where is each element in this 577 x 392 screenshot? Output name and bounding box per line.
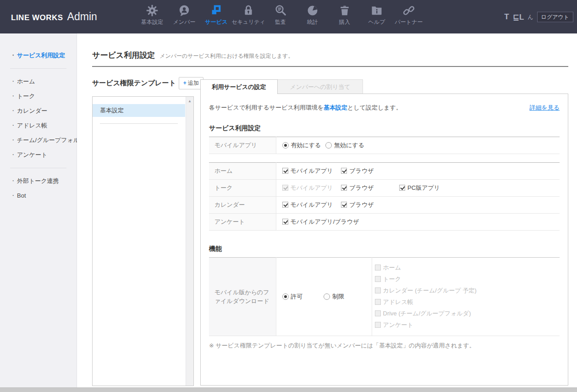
- nav-item-audit[interactable]: 監査: [264, 3, 297, 26]
- row-label-home: ホーム: [209, 163, 276, 180]
- logout-button[interactable]: ログアウト: [537, 11, 573, 22]
- sidebar-item-contacts[interactable]: ・アドレス帳: [0, 118, 77, 133]
- checkbox-scope-survey: アンケート: [375, 320, 560, 331]
- nav-item-purchase[interactable]: 購入: [329, 3, 361, 26]
- sidebar-item-home[interactable]: ・ホーム: [0, 74, 77, 89]
- content-columns: サービス権限テンプレート +追加 基本設定 ▲ 利用サービスの設定: [92, 76, 568, 386]
- checkbox-calendar-browser[interactable]: ブラウザ: [341, 201, 374, 209]
- row-label-survey: アンケート: [209, 214, 276, 231]
- purchase-icon: [338, 3, 351, 17]
- sidebar-item-talk[interactable]: ・トーク: [0, 89, 77, 104]
- bullet: ・: [10, 107, 16, 114]
- sidebar-item-label: 外部トーク連携: [17, 177, 59, 184]
- table-row: トーク モバイルアプリ ブラウザ PC版アプリ: [209, 180, 560, 197]
- sidebar-item-calendar[interactable]: ・カレンダー: [0, 104, 77, 118]
- sidebar-item-team-group-folder[interactable]: ・チーム/グループフォルダ: [0, 133, 77, 148]
- checkbox-label: モバイルアプリ: [291, 167, 333, 175]
- checkbox-talk-browser[interactable]: ブラウザ: [341, 184, 374, 192]
- plus-icon: +: [183, 80, 187, 86]
- sidebar-item-label: カレンダー: [17, 107, 47, 114]
- checkbox-icon: [282, 168, 288, 174]
- bullet: ・: [10, 177, 16, 184]
- checkbox-icon: [375, 265, 381, 271]
- table-row: モバイルアプリ 有効にする 無効にする: [209, 137, 560, 154]
- user-glyph-2: ⊑L: [513, 12, 524, 22]
- brand-admin: Admin: [67, 11, 97, 23]
- sidebar-divider: [10, 168, 66, 168]
- gear-icon: [146, 3, 159, 17]
- add-template-button[interactable]: +追加: [179, 77, 203, 89]
- checkbox-scope-talk: トーク: [375, 274, 560, 285]
- app-window: LINE WORKS Admin 基本設定 メンバー サービス: [0, 0, 577, 392]
- service-section-title: サービス利用設定: [209, 124, 560, 133]
- checkbox-label: モバイルアプリ: [291, 184, 333, 192]
- sidebar-item-survey[interactable]: ・アンケート: [0, 148, 77, 162]
- sidebar-item-label: チーム/グループフォルダ: [17, 137, 85, 144]
- row-label-mobile-app: モバイルアプリ: [209, 137, 276, 154]
- help-icon: [370, 3, 383, 17]
- nav-item-members[interactable]: メンバー: [168, 3, 200, 26]
- horizontal-scrollbar[interactable]: [0, 387, 577, 392]
- feature-section-title: 機能: [209, 245, 560, 253]
- tab-service-settings[interactable]: 利用サービスの設定: [200, 79, 278, 94]
- radio-mobile-app-disable[interactable]: 無効にする: [325, 141, 364, 149]
- nav-label: 統計: [307, 18, 318, 26]
- radio-icon: [325, 142, 332, 149]
- checkbox-calendar-mobile-app[interactable]: モバイルアプリ: [282, 201, 333, 209]
- member-icon: [178, 3, 191, 17]
- row-label-calendar: カレンダー: [209, 197, 276, 214]
- sidebar-item-bot[interactable]: ・Bot: [0, 188, 77, 203]
- nav-label: サービス: [205, 18, 228, 26]
- checkbox-talk-mobile-app: モバイルアプリ: [282, 184, 333, 192]
- radio-download-restrict[interactable]: 制限: [324, 293, 344, 301]
- checkbox-home-mobile-app[interactable]: モバイルアプリ: [282, 167, 333, 175]
- service-icon: [210, 3, 223, 17]
- checkbox-icon: [375, 322, 381, 328]
- radio-mobile-app-enable[interactable]: 有効にする: [282, 141, 321, 149]
- nav-label: 基本設定: [141, 18, 163, 26]
- top-nav: 基本設定 メンバー サービス セキュリティ: [136, 3, 425, 26]
- user-glyph-3: ん: [528, 13, 533, 21]
- radio-download-allow[interactable]: 許可: [282, 293, 303, 301]
- table-row: ホーム モバイルアプリ ブラウザ: [209, 163, 560, 180]
- checkbox-icon: [375, 299, 381, 305]
- sidebar-item-external-talk[interactable]: ・外部トーク連携: [0, 174, 77, 188]
- page-subtitle: メンバーのサービス利用における権限を設定します。: [159, 52, 293, 60]
- sidebar-item-service-usage-settings[interactable]: ・サービス利用設定: [0, 48, 77, 63]
- bullet: ・: [10, 78, 16, 85]
- template-list: 基本設定 ▲: [92, 96, 194, 386]
- nav-item-partner[interactable]: パートナー: [393, 3, 425, 26]
- template-list-divider: [100, 123, 178, 124]
- checkbox-survey-mobile-browser[interactable]: モバイルアプリ/ブラウザ: [282, 218, 359, 226]
- checkbox-home-browser[interactable]: ブラウザ: [341, 167, 374, 175]
- checkbox-icon: [375, 276, 381, 282]
- checkbox-scope-calendar: カレンダー (チーム/グループ 予定): [375, 285, 560, 297]
- scrollbar-up-icon[interactable]: ▲: [186, 97, 193, 103]
- nav-item-basic-settings[interactable]: 基本設定: [136, 3, 168, 26]
- sidebar-item-label: サービス利用設定: [17, 52, 65, 59]
- bullet: ・: [10, 52, 16, 59]
- template-list-scrollbar[interactable]: ▲: [186, 97, 193, 386]
- checkbox-talk-pc-app[interactable]: PC版アプリ: [399, 184, 440, 192]
- detail-link[interactable]: 詳細を見る: [529, 104, 560, 112]
- template-list-item-basic[interactable]: 基本設定: [93, 104, 185, 117]
- brand-logo[interactable]: LINE WORKS Admin: [11, 11, 97, 23]
- tab-member-assignment[interactable]: メンバーへの割り当て: [278, 79, 363, 94]
- nav-item-help[interactable]: ヘルプ: [361, 3, 393, 26]
- intro-text: 各サービスで利用するサービス利用環境を基本設定として設定します。: [209, 104, 402, 112]
- checkbox-label: ブラウザ: [349, 184, 374, 192]
- nav-item-service[interactable]: サービス: [200, 3, 232, 26]
- checkbox-scope-contacts: アドレス帳: [375, 297, 560, 308]
- checkbox-label: カレンダー (チーム/グループ 予定): [383, 285, 477, 296]
- checkbox-icon: [399, 185, 405, 191]
- intro-template-name: 基本設定: [324, 104, 347, 111]
- checkbox-icon: [375, 287, 381, 293]
- checkbox-scope-drive: Drive (チーム/グループフォルダ): [375, 308, 560, 320]
- page-header: サービス利用設定 メンバーのサービス利用における権限を設定します。: [92, 33, 568, 67]
- nav-item-stats[interactable]: 統計: [297, 3, 329, 26]
- nav-item-security[interactable]: セキュリティ: [232, 3, 264, 26]
- checkbox-icon: [341, 185, 347, 191]
- sidebar-item-label: トーク: [17, 93, 35, 99]
- intro-row: 各サービスで利用するサービス利用環境を基本設定として設定します。 詳細を見る: [209, 104, 560, 112]
- main-content: サービス利用設定 メンバーのサービス利用における権限を設定します。 サービス権限…: [77, 33, 577, 387]
